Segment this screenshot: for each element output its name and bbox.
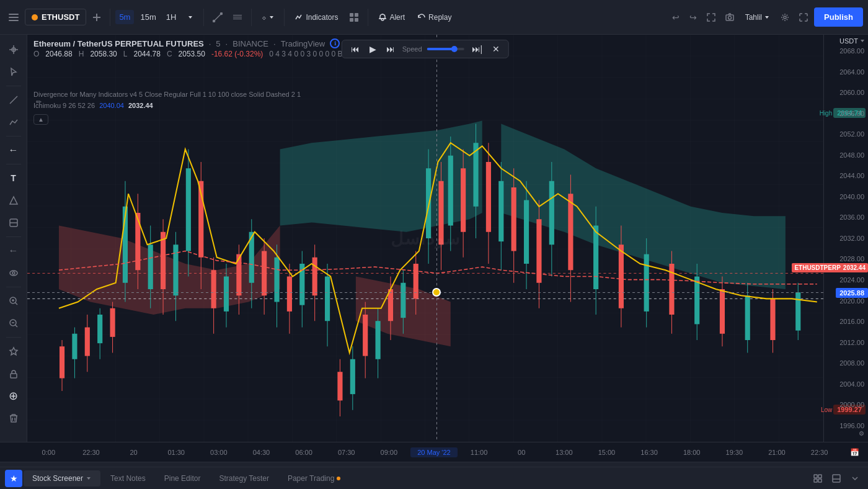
- time-9: 20 May '22: [410, 447, 458, 457]
- axis-settings-button[interactable]: ⚙: [857, 429, 866, 438]
- snapshot-button[interactable]: [722, 9, 738, 25]
- crosshair-tool[interactable]: [4, 40, 24, 60]
- replay-button[interactable]: Replay: [412, 9, 456, 25]
- cursor-tool[interactable]: [4, 62, 24, 82]
- redo-button[interactable]: ↪: [686, 9, 701, 26]
- ichimoku-v1: 2040.04: [99, 102, 126, 109]
- star-button[interactable]: ★: [5, 470, 22, 487]
- svg-rect-110: [498, 181, 503, 241]
- alert-button[interactable]: Alert: [373, 9, 410, 25]
- draw-line-button[interactable]: [209, 9, 226, 26]
- indicators-button[interactable]: Indicators: [290, 9, 343, 25]
- tab-pine-editor-label: Pine Editor: [164, 474, 201, 483]
- expand-panel-button[interactable]: [828, 470, 844, 487]
- templates-button[interactable]: [345, 9, 363, 26]
- replay-close[interactable]: ✕: [490, 43, 502, 55]
- ichimoku-info: Ichimoku 9 26 52 26 2040.04 2032.44: [33, 102, 153, 109]
- zoom-out-tool[interactable]: [4, 313, 24, 333]
- collapse-area: ▲: [33, 114, 48, 125]
- publish-button[interactable]: Publish: [814, 7, 863, 27]
- ticker-button[interactable]: ETHUSDT: [25, 9, 86, 25]
- interval-button[interactable]: ⬦: [257, 9, 279, 25]
- fibonacci-button[interactable]: [229, 9, 246, 26]
- menu-button[interactable]: [5, 9, 22, 26]
- replay-controls: ⏮ ▶ ⏭ Speed ⏭| ✕: [342, 40, 509, 58]
- left-sidebar: ← T ←: [0, 35, 27, 442]
- chart-exchange: BINANCE: [232, 39, 268, 48]
- favorites-tool[interactable]: [4, 341, 24, 361]
- main-layout: ← T ←: [0, 35, 868, 442]
- replay-next[interactable]: ⏭: [384, 43, 397, 55]
- collapse-panel-button[interactable]: [847, 470, 863, 487]
- svg-rect-12: [355, 18, 358, 22]
- svg-marker-20: [10, 197, 17, 204]
- ichimoku-v2: 2032.44: [128, 102, 153, 109]
- svg-rect-145: [833, 475, 840, 482]
- back-tool[interactable]: ←: [4, 140, 24, 160]
- trash-tool[interactable]: [4, 408, 24, 428]
- replay-label: Replay: [428, 13, 451, 22]
- draw-tool[interactable]: [4, 90, 24, 110]
- tab-strategy-tester[interactable]: Strategy Tester: [210, 470, 277, 487]
- chart-area[interactable]: سوداسل Ethereum / TetherUS PERPETUAL FUT…: [27, 35, 823, 442]
- tf-15m[interactable]: 15m: [136, 10, 159, 24]
- tab-strategy-tester-label: Strategy Tester: [219, 474, 268, 483]
- svg-rect-2: [9, 20, 19, 21]
- grid-button[interactable]: [810, 470, 826, 487]
- sidebar-divider-4: [6, 236, 21, 237]
- tab-paper-trading[interactable]: Paper Trading: [279, 470, 349, 487]
- time-6: 06:00: [283, 449, 326, 456]
- tahlil-button[interactable]: Tahlil: [740, 9, 774, 25]
- tab-pine-editor[interactable]: Pine Editor: [156, 470, 210, 487]
- text-tool[interactable]: T: [4, 168, 24, 188]
- info-icon[interactable]: ℹ: [330, 38, 340, 48]
- shapes-tool[interactable]: [4, 191, 24, 210]
- alert-label: Alert: [389, 13, 405, 22]
- timeframe-more[interactable]: [182, 11, 198, 24]
- speed-label: Speed: [402, 45, 422, 53]
- svg-rect-66: [224, 277, 229, 312]
- ohlc-close: 2053.50: [179, 50, 205, 58]
- replay-prev[interactable]: ⏮: [348, 43, 362, 55]
- pattern-tool[interactable]: [4, 213, 24, 233]
- replay-play[interactable]: ▶: [367, 43, 379, 55]
- collapse-button[interactable]: ▲: [33, 114, 48, 125]
- low-label: Low: [821, 406, 832, 413]
- speed-slider[interactable]: [427, 48, 464, 50]
- bottom-right-icons: [810, 470, 863, 487]
- undo-tool[interactable]: ←: [4, 241, 24, 261]
- sidebar-divider-6: [6, 337, 21, 338]
- lock-tool[interactable]: [4, 364, 24, 384]
- right-price-axis: High 2064.74 ETHUSDTPERP 2032.44 2025.88…: [823, 35, 868, 442]
- time-16: 19:30: [713, 449, 756, 456]
- draw-tool-2[interactable]: [4, 112, 24, 132]
- bottom-tabs: ★ Stock Screener Text Notes Pine Editor …: [0, 467, 868, 489]
- sidebar-divider-3: [6, 164, 21, 164]
- zoom-in-tool[interactable]: [4, 291, 24, 311]
- bottom-axis-icons: 📅: [846, 444, 863, 460]
- tab-stock-screener[interactable]: Stock Screener: [24, 470, 100, 487]
- axis-settings[interactable]: ⚙: [857, 429, 866, 438]
- svg-rect-46: [97, 315, 102, 343]
- speed-fill: [427, 48, 453, 50]
- svg-rect-11: [350, 18, 353, 22]
- add-chart-button[interactable]: [89, 9, 105, 25]
- watermark: سوداسل: [391, 228, 461, 249]
- undo-button[interactable]: ↩: [668, 9, 683, 26]
- time-2: 20: [112, 449, 155, 456]
- eye-tool[interactable]: [4, 263, 24, 283]
- ohlc-open: 2046.88: [45, 50, 72, 58]
- svg-rect-9: [350, 13, 353, 17]
- tf-5m[interactable]: 5m: [115, 10, 134, 24]
- tf-1h[interactable]: 1H: [162, 10, 180, 24]
- high-label: High: [820, 110, 833, 117]
- settings-button[interactable]: [777, 9, 793, 25]
- expand-button[interactable]: [795, 9, 812, 25]
- svg-rect-132: [720, 289, 725, 334]
- replay-end[interactable]: ⏭|: [469, 43, 485, 55]
- add-tool[interactable]: ⊕: [4, 386, 24, 406]
- svg-rect-60: [186, 168, 191, 251]
- fullscreen-button[interactable]: [703, 9, 719, 25]
- tab-text-notes[interactable]: Text Notes: [102, 470, 154, 487]
- calendar-button[interactable]: 📅: [846, 444, 863, 460]
